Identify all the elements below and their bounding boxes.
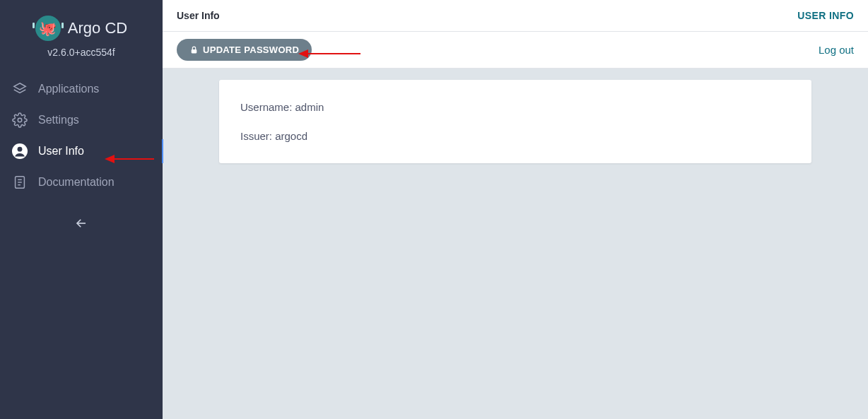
toolbar: UPDATE PASSWORD Log out bbox=[163, 32, 868, 69]
product-name: Argo CD bbox=[68, 19, 127, 37]
collapse-sidebar-button[interactable] bbox=[73, 215, 90, 232]
content-area: Username: admin Issuer: argocd bbox=[163, 69, 868, 419]
sidebar-item-user-info[interactable]: User Info bbox=[0, 136, 163, 167]
user-circle-icon bbox=[11, 143, 28, 160]
sidebar-nav: Applications Settings User Info Docume bbox=[0, 73, 163, 198]
sidebar-item-applications[interactable]: Applications bbox=[0, 73, 163, 105]
svg-marker-0 bbox=[14, 83, 26, 90]
gear-icon bbox=[11, 112, 28, 129]
sidebar-item-settings[interactable]: Settings bbox=[0, 105, 163, 136]
sidebar-item-label: Applications bbox=[38, 83, 99, 95]
user-info-card: Username: admin Issuer: argocd bbox=[219, 80, 811, 163]
issuer-label: Issuer: bbox=[240, 130, 272, 142]
svg-point-1 bbox=[18, 118, 22, 122]
update-password-button[interactable]: UPDATE PASSWORD bbox=[177, 39, 312, 61]
sidebar-item-label: Settings bbox=[38, 114, 79, 126]
username-label: Username: bbox=[240, 101, 292, 113]
sidebar-item-label: Documentation bbox=[38, 176, 115, 189]
page-title: User Info bbox=[177, 10, 220, 21]
sidebar-item-label: User Info bbox=[38, 145, 84, 158]
layers-icon bbox=[11, 81, 28, 98]
svg-rect-9 bbox=[192, 49, 197, 53]
main-area: User Info USER INFO UPDATE PASSWORD Log … bbox=[163, 0, 868, 419]
brand-row: 🐙 Argo CD bbox=[0, 0, 163, 47]
lock-icon bbox=[189, 45, 199, 54]
svg-point-3 bbox=[18, 147, 23, 152]
issuer-row: Issuer: argocd bbox=[240, 126, 790, 146]
version-label: v2.6.0+acc554f bbox=[0, 47, 163, 73]
book-icon bbox=[11, 174, 28, 191]
logout-link[interactable]: Log out bbox=[819, 44, 854, 56]
update-password-label: UPDATE PASSWORD bbox=[203, 45, 299, 55]
username-value: admin bbox=[295, 101, 324, 113]
top-bar: User Info USER INFO bbox=[163, 0, 868, 32]
active-indicator bbox=[162, 139, 163, 163]
username-row: Username: admin bbox=[240, 97, 790, 117]
sidebar: 🐙 Argo CD v2.6.0+acc554f Applications Se… bbox=[0, 0, 163, 419]
issuer-value: argocd bbox=[275, 130, 307, 142]
breadcrumb-right[interactable]: USER INFO bbox=[797, 10, 854, 21]
sidebar-item-documentation[interactable]: Documentation bbox=[0, 167, 163, 198]
argo-logo-icon: 🐙 bbox=[35, 16, 61, 41]
